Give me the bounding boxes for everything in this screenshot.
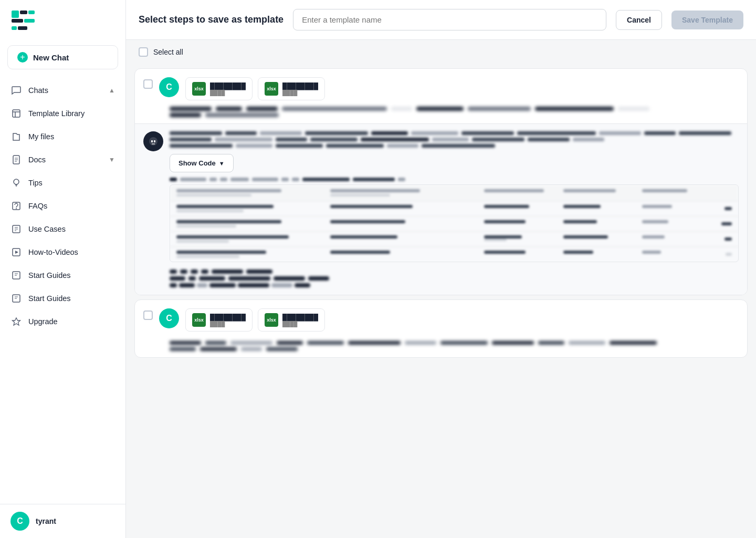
topbar: Select steps to save as template Cancel … (126, 0, 756, 40)
page-title: Select steps to save as template (139, 14, 284, 25)
use-cases-icon (10, 223, 22, 235)
svg-rect-19 (154, 140, 155, 142)
chat-block-header-1: C xlsx ████████ ████ xlsx ████████ ████ (135, 69, 747, 107)
start-guides-icon-2 (10, 293, 22, 304)
svg-point-11 (16, 208, 17, 209)
chat-block-2: C xlsx ████████ ████ xlsx ████████ ████ (134, 299, 748, 358)
chat-block-checkbox-2[interactable] (143, 311, 153, 320)
svg-rect-1 (20, 11, 27, 14)
sidebar-item-upgrade[interactable]: Upgrade (0, 310, 125, 333)
chat-block-checkbox-1[interactable] (143, 79, 153, 89)
svg-point-17 (149, 137, 158, 146)
sidebar-item-label: My files (28, 132, 54, 141)
svg-rect-7 (13, 110, 20, 117)
sidebar-item-label: Docs (28, 156, 46, 164)
sidebar-item-docs[interactable]: Docs ▼ (0, 148, 125, 171)
sidebar-item-label: Upgrade (28, 317, 58, 326)
tips-icon (10, 177, 22, 189)
file-chip-1: xlsx ████████ ████ (185, 77, 253, 100)
sidebar-item-label: Use Cases (28, 225, 66, 233)
svg-rect-4 (24, 19, 35, 23)
logo-area (0, 0, 125, 42)
sidebar-item-my-files[interactable]: My files (0, 125, 125, 148)
sidebar-item-start-guides-2[interactable]: Start Guides (0, 287, 125, 310)
svg-marker-14 (15, 251, 18, 254)
svg-rect-3 (12, 19, 23, 23)
file-chips-2: xlsx ████████ ████ xlsx ████████ ████ (185, 308, 325, 332)
avatar: C (10, 512, 29, 531)
faqs-icon (10, 200, 22, 212)
svg-rect-0 (12, 11, 19, 18)
svg-rect-6 (18, 26, 27, 30)
sidebar-item-chats[interactable]: Chats ▲ (0, 79, 125, 102)
table-preview-1 (170, 184, 739, 262)
content-area: Select all C xlsx ████████ ████ x (126, 40, 756, 538)
file-chips-1: xlsx ████████ ████ xlsx ████████ ████ (185, 77, 325, 100)
show-code-button[interactable]: Show Code ▼ (170, 154, 234, 172)
bot-text-1 (170, 131, 739, 148)
videos-icon (10, 246, 22, 258)
chat-block-header-2: C xlsx ████████ ████ xlsx ████████ ████ (135, 300, 747, 338)
user-message-text-1 (135, 107, 747, 123)
sidebar-item-tips[interactable]: Tips (0, 171, 125, 194)
bot-desc-1 (170, 178, 739, 181)
template-icon (10, 108, 22, 119)
select-all-bar: Select all (126, 40, 756, 64)
sidebar-item-faqs[interactable]: FAQs (0, 194, 125, 218)
xlsx-icon-4: xlsx (265, 313, 278, 327)
sidebar-item-label: Tips (28, 179, 43, 187)
sidebar-item-start-guides-1[interactable]: Start Guides (0, 264, 125, 287)
start-guides-icon-1 (10, 270, 22, 281)
bot-avatar-1 (143, 131, 163, 151)
upgrade-icon (10, 316, 22, 327)
file-chip-4: xlsx ████████ ████ (258, 308, 325, 332)
svg-rect-18 (151, 140, 153, 142)
svg-rect-2 (28, 11, 35, 14)
sidebar-nav: Chats ▲ Template Library My files Docs ▼ (0, 77, 125, 504)
xlsx-icon-2: xlsx (265, 82, 278, 96)
sidebar-item-label: FAQs (28, 202, 47, 210)
bot-footer-text-1 (170, 270, 739, 287)
main-area: Select steps to save as template Cancel … (126, 0, 756, 538)
xlsx-icon-3: xlsx (192, 313, 206, 327)
chat-icon (10, 85, 22, 96)
sidebar-item-label: Template Library (28, 109, 85, 118)
bot-message-content-1: Show Code ▼ (170, 131, 739, 287)
file-chip-2: xlsx ████████ ████ (258, 77, 325, 100)
new-chat-label: New Chat (33, 53, 69, 62)
file-chip-3: xlsx ████████ ████ (185, 308, 253, 332)
plus-icon: + (17, 52, 28, 63)
svg-point-9 (14, 179, 19, 184)
user-name: tyrant (36, 517, 56, 525)
select-all-label: Select all (153, 48, 183, 56)
sidebar-item-label: Chats (28, 86, 48, 95)
sidebar-item-use-cases[interactable]: Use Cases (0, 218, 125, 241)
sidebar-bottom: C tyrant (0, 504, 125, 538)
sidebar-item-label: How-to-Videos (28, 248, 78, 256)
xlsx-icon-1: xlsx (192, 82, 206, 96)
cancel-button[interactable]: Cancel (616, 10, 662, 30)
select-all-checkbox[interactable] (139, 47, 148, 57)
save-template-button[interactable]: Save Template (671, 11, 743, 29)
sidebar-item-label: Start Guides (28, 294, 71, 303)
user-avatar-1: C (159, 77, 179, 97)
show-code-label: Show Code (178, 159, 216, 167)
template-name-input[interactable] (293, 9, 606, 30)
sidebar-item-label: Start Guides (28, 271, 71, 280)
chevron-down-icon: ▼ (219, 160, 225, 167)
sidebar: + New Chat Chats ▲ Template Library My f… (0, 0, 126, 538)
chat-block-1: C xlsx ████████ ████ xlsx ████████ ████ (134, 68, 748, 295)
sidebar-item-template-library[interactable]: Template Library (0, 102, 125, 125)
chat-message-2 (135, 338, 747, 357)
new-chat-button[interactable]: + New Chat (7, 45, 118, 69)
sidebar-item-how-to-videos[interactable]: How-to-Videos (0, 241, 125, 264)
docs-icon (10, 154, 22, 165)
chevron-up-icon: ▲ (109, 87, 115, 94)
files-icon (10, 131, 22, 142)
user-avatar-2: C (159, 308, 179, 328)
chevron-down-icon: ▼ (109, 156, 115, 163)
svg-rect-5 (12, 26, 17, 30)
bot-response-block-1: Show Code ▼ (135, 123, 747, 295)
